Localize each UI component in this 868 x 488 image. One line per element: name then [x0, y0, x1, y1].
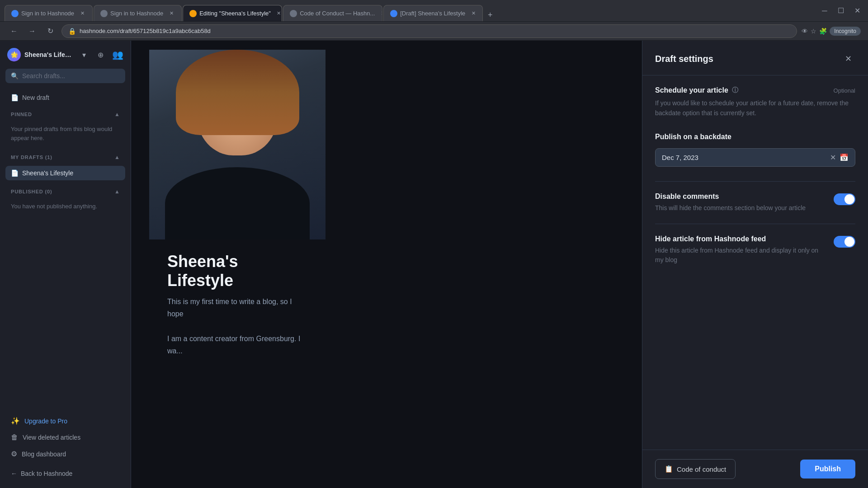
new-draft-button[interactable]: 📄 New draft: [5, 90, 125, 105]
backdate-calendar-icon[interactable]: 📅: [840, 153, 849, 162]
search-icon: 🔍: [11, 72, 19, 80]
content-area: Sheena's Lifestyle This is my first time…: [131, 41, 868, 488]
minimize-button[interactable]: ─: [818, 5, 831, 17]
sidebar-footer: ✨ Upgrade to Pro 🗑 View deleted articles…: [5, 408, 125, 481]
publish-button[interactable]: Publish: [800, 460, 855, 479]
photo-simulation: [149, 50, 326, 239]
deleted-icon: 🗑: [11, 433, 18, 441]
tab-close-2[interactable]: ✕: [168, 10, 175, 17]
pinned-chevron-icon: ▲: [114, 111, 120, 117]
new-tab-button[interactable]: +: [484, 9, 496, 21]
tab-label-3: Editing "Sheena's Lifestyle": [199, 10, 271, 17]
publish-label: Publish: [815, 465, 841, 473]
blog-dashboard-label: Blog dashboard: [22, 450, 66, 458]
backdate-clear-button[interactable]: ✕: [830, 153, 836, 162]
tab-2[interactable]: Sign in to Hashnode ✕: [94, 5, 182, 21]
tab-close-5[interactable]: ✕: [470, 10, 477, 17]
panel-divider-2: [655, 224, 855, 224]
published-title: PUBLISHED (0): [11, 189, 52, 194]
panel-close-button[interactable]: ✕: [841, 52, 855, 66]
schedule-help-icon[interactable]: ⓘ: [732, 86, 738, 94]
pinned-title: PINNED: [11, 112, 32, 117]
disable-comments-desc: This will hide the comments section belo…: [655, 203, 826, 213]
star-icon[interactable]: ☆: [811, 28, 816, 35]
tab-1[interactable]: Sign in to Hashnode ✕: [5, 5, 93, 21]
disable-comments-info: Disable comments This will hide the comm…: [655, 192, 826, 213]
panel-divider-1: [655, 181, 855, 182]
panel-body: Schedule your article ⓘ Optional If you …: [642, 75, 868, 450]
extension-icon[interactable]: 🧩: [819, 28, 827, 35]
published-empty-text: You have not published anything.: [5, 200, 125, 215]
tab-label-5: [Draft] Sheena's Lifestyle: [400, 10, 465, 17]
eye-slash-icon: 👁: [802, 28, 808, 35]
tab-close-1[interactable]: ✕: [79, 10, 86, 17]
tab-favicon-2: [100, 10, 108, 17]
article-body: This is my first time to write a blog, s…: [149, 296, 326, 357]
tab-favicon-1: [11, 10, 19, 17]
forward-nav-button[interactable]: →: [25, 24, 39, 38]
close-button[interactable]: ✕: [851, 5, 863, 17]
tab-5[interactable]: [Draft] Sheena's Lifestyle ✕: [383, 5, 483, 21]
draft-item-sheena[interactable]: 📄 Sheena's Lifestyle: [5, 166, 125, 180]
hide-feed-desc: Hide this article from Hashnode feed and…: [655, 246, 826, 265]
search-box[interactable]: 🔍 Search drafts...: [5, 69, 125, 83]
tab-close-4[interactable]: ✕: [379, 10, 382, 17]
disable-comments-row: Disable comments This will hide the comm…: [655, 192, 855, 213]
pinned-section: PINNED ▲ Your pinned drafts from this bl…: [5, 108, 125, 146]
reload-button[interactable]: ↻: [43, 24, 57, 38]
pinned-empty-text: Your pinned drafts from this blog would …: [5, 123, 125, 146]
tab-label-1: Sign in to Hashnode: [21, 10, 74, 17]
tab-favicon-4: [290, 10, 297, 17]
panel-footer: 📋 Code of conduct Publish: [642, 450, 868, 488]
draft-item-label: Sheena's Lifestyle: [22, 169, 73, 177]
url-text: hashnode.com/draft/657125b819c1a9abc6cab…: [80, 28, 211, 34]
article-body-line2: I am a content creator from Greensburg. …: [167, 333, 307, 357]
disable-comments-toggle[interactable]: [834, 193, 855, 205]
dashboard-icon: ⚙: [11, 450, 17, 458]
published-section-header[interactable]: PUBLISHED (0) ▲: [5, 186, 125, 197]
view-deleted-label: View deleted articles: [23, 434, 80, 441]
photo-hair: [176, 50, 299, 135]
tab-favicon-5: [390, 10, 397, 17]
tab-label-4: Code of Conduct — Hashn...: [300, 10, 375, 17]
back-nav-button[interactable]: ←: [7, 24, 21, 38]
code-conduct-icon: 📋: [665, 465, 673, 473]
back-to-hashnode-link[interactable]: ← Back to Hashnode: [5, 466, 125, 481]
lock-icon: 🔒: [68, 28, 76, 35]
code-conduct-button[interactable]: 📋 Code of conduct: [655, 459, 736, 479]
backdate-field[interactable]: Dec 7, 2023 ✕ 📅: [655, 148, 855, 167]
disable-comments-section: Disable comments This will hide the comm…: [655, 192, 855, 213]
code-conduct-label: Code of conduct: [677, 465, 726, 473]
tab-4[interactable]: Code of Conduct — Hashn... ✕: [283, 5, 382, 21]
view-deleted-link[interactable]: 🗑 View deleted articles: [5, 430, 125, 445]
backdate-section: Publish on a backdate Dec 7, 2023 ✕ 📅: [655, 133, 855, 167]
disable-comments-title: Disable comments: [655, 192, 826, 201]
my-drafts-section: MY DRAFTS (1) ▲ 📄 Sheena's Lifestyle: [5, 151, 125, 180]
address-bar[interactable]: 🔒 hashnode.com/draft/657125b819c1a9abc6c…: [61, 24, 797, 38]
panel-title: Draft settings: [655, 54, 713, 64]
schedule-title: Schedule your article ⓘ: [655, 86, 738, 94]
add-button[interactable]: ⊕: [94, 48, 107, 61]
hide-feed-toggle[interactable]: [834, 236, 855, 248]
upgrade-pro-link[interactable]: ✨ Upgrade to Pro: [5, 413, 125, 429]
panel-header: Draft settings ✕: [642, 41, 868, 75]
article-title: Sheena's Lifestyle: [149, 239, 326, 296]
address-actions: 👁 ☆ 🧩 Incognito: [802, 27, 861, 36]
sidebar: 🌟 Sheena's Lifest... ▾ ⊕ 👥 🔍 Search draf…: [0, 41, 131, 488]
maximize-button[interactable]: ☐: [835, 5, 847, 17]
schedule-section: Schedule your article ⓘ Optional If you …: [655, 86, 855, 118]
new-draft-icon: 📄: [11, 94, 19, 101]
blog-dashboard-link[interactable]: ⚙ Blog dashboard: [5, 446, 125, 462]
hide-feed-section: Hide article from Hashnode feed Hide thi…: [655, 235, 855, 265]
article-body-line1: This is my first time to write a blog, s…: [167, 296, 307, 320]
dropdown-button[interactable]: ▾: [78, 48, 90, 61]
tab-3[interactable]: Editing "Sheena's Lifestyle" ✕: [183, 5, 282, 21]
sidebar-header: 🌟 Sheena's Lifest... ▾ ⊕ 👥: [5, 48, 125, 61]
pinned-section-header[interactable]: PINNED ▲: [5, 108, 125, 120]
hide-feed-toggle-thumb: [844, 237, 854, 247]
tab-close-3[interactable]: ✕: [275, 10, 282, 17]
team-icon[interactable]: 👥: [112, 49, 123, 60]
tab-label-2: Sign in to Hashnode: [110, 10, 163, 17]
my-drafts-section-header[interactable]: MY DRAFTS (1) ▲: [5, 151, 125, 163]
article-preview: Sheena's Lifestyle This is my first time…: [131, 50, 344, 357]
